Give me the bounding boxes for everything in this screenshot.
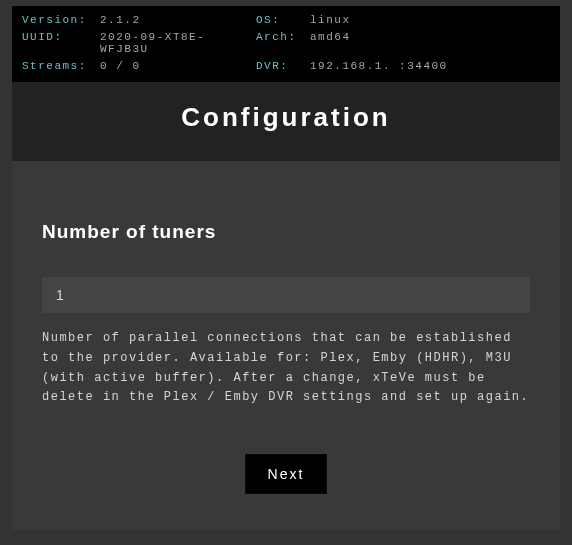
- status-os-value: linux: [310, 14, 550, 26]
- status-streams-label: Streams:: [22, 60, 94, 72]
- status-version-label: Version:: [22, 14, 94, 26]
- tuners-description: Number of parallel connections that can …: [42, 329, 530, 408]
- title-bar: Configuration: [12, 82, 560, 161]
- next-button[interactable]: Next: [245, 454, 328, 494]
- status-uuid-label: UUID:: [22, 31, 94, 55]
- status-os-label: OS:: [256, 14, 304, 26]
- status-arch-label: Arch:: [256, 31, 304, 55]
- page-title: Configuration: [181, 102, 390, 132]
- config-panel: Configuration Number of tuners 1 Number …: [12, 82, 560, 530]
- status-streams-value: 0 / 0: [100, 60, 250, 72]
- tuners-select[interactable]: 1: [42, 277, 530, 313]
- modal-container: Version: 2.1.2 OS: linux UUID: 2020-09-X…: [0, 0, 572, 542]
- button-row: Next: [42, 454, 530, 494]
- form-content: Number of tuners 1 Number of parallel co…: [12, 161, 560, 530]
- status-dvr-value: 192.168.1. :34400: [310, 60, 550, 72]
- status-version-value: 2.1.2: [100, 14, 250, 26]
- status-dvr-label: DVR:: [256, 60, 304, 72]
- status-bar: Version: 2.1.2 OS: linux UUID: 2020-09-X…: [12, 6, 560, 82]
- tuners-heading: Number of tuners: [42, 221, 530, 243]
- status-uuid-value: 2020-09-XT8E-WFJB3U: [100, 31, 250, 55]
- tuners-select-value: 1: [56, 287, 64, 303]
- status-arch-value: amd64: [310, 31, 550, 55]
